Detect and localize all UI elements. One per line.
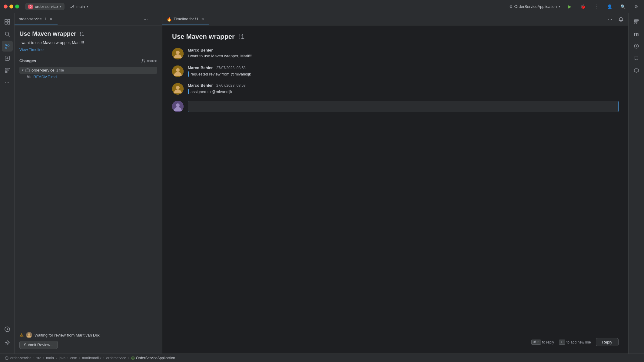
left-panel: order-service !1 ✕ ⋯ — Use Maven wrapper… bbox=[15, 13, 162, 354]
search-button[interactable]: 🔍 bbox=[619, 2, 627, 11]
tab-order-service[interactable]: order-service !1 ✕ bbox=[15, 13, 58, 25]
notification-bell-icon[interactable] bbox=[617, 15, 625, 24]
branch-chevron-icon: ▾ bbox=[87, 5, 88, 8]
tab-minimize-button[interactable]: — bbox=[151, 15, 160, 24]
maximize-button[interactable] bbox=[15, 5, 19, 8]
reply-section: ⌘↩ to reply ↩ to add new line Reply bbox=[162, 336, 628, 354]
view-timeline-link[interactable]: View Timeline bbox=[19, 47, 44, 52]
activity-accent-icon bbox=[188, 71, 189, 77]
repo-name: order-service bbox=[32, 68, 55, 72]
far-right-plugin-icon[interactable] bbox=[631, 65, 642, 76]
entry-header-3: Marco Behler 27/07/2023, 08:58 bbox=[188, 83, 619, 88]
branch-selector[interactable]: ⎇ main ▾ bbox=[67, 3, 91, 10]
entry-activity-3: assigned to @mlvandijk bbox=[188, 89, 619, 94]
left-tab-bar: order-service !1 ✕ ⋯ — bbox=[15, 13, 162, 25]
maven-letter: m bbox=[634, 31, 639, 38]
markdown-icon: M↓ bbox=[27, 75, 32, 79]
svg-rect-27 bbox=[634, 22, 637, 22]
changes-label: Changes bbox=[19, 59, 36, 63]
user-icon[interactable]: 👤 bbox=[605, 2, 614, 11]
entry-date-3: 27/07/2023, 08:58 bbox=[216, 83, 246, 88]
assignee-name: marco bbox=[147, 59, 157, 63]
reply-hint-1: ⌘↩ to reply bbox=[531, 340, 554, 345]
debug-button[interactable]: 🐞 bbox=[579, 2, 587, 11]
breadcrumb-src[interactable]: src bbox=[36, 356, 41, 360]
reply-button[interactable]: Reply bbox=[596, 338, 619, 346]
svg-rect-2 bbox=[5, 22, 7, 24]
main-container: ··· order-service !1 ✕ ⋯ — bbox=[0, 13, 644, 354]
entry-author-1: Marco Behler bbox=[188, 48, 213, 52]
breadcrumb-java[interactable]: java bbox=[59, 356, 65, 360]
avatar-marco-1 bbox=[172, 48, 184, 59]
run-config-icon: ⚙ bbox=[509, 5, 513, 9]
run-config-name: OrderServiceApplication bbox=[514, 4, 557, 9]
activity-bar-item-project[interactable] bbox=[2, 16, 13, 27]
reply-input[interactable] bbox=[188, 101, 619, 112]
timeline-tab-close-button[interactable]: ✕ bbox=[200, 17, 205, 22]
far-right-bookmark-icon[interactable] bbox=[631, 53, 642, 64]
timeline-entry-3: Marco Behler 27/07/2023, 08:58 assigned … bbox=[172, 83, 619, 95]
traffic-lights bbox=[4, 5, 19, 8]
far-right-structure-icon[interactable] bbox=[631, 16, 642, 27]
project-name: order-service bbox=[35, 4, 58, 9]
bottom-status: ⚠ Waiting for review from Marit van Dijk… bbox=[15, 329, 162, 354]
breadcrumb-bar: order-service › src › main › java › com … bbox=[0, 354, 644, 362]
far-right-maven-icon[interactable]: m bbox=[631, 28, 642, 39]
svg-line-5 bbox=[8, 35, 10, 37]
project-selector[interactable]: 0 order-service ▾ bbox=[25, 3, 65, 10]
waiting-banner: ⚠ Waiting for review from Marit van Dijk bbox=[19, 332, 157, 338]
svg-marker-30 bbox=[634, 68, 639, 72]
submit-review-button[interactable]: Submit Review... bbox=[19, 341, 58, 349]
right-panel: 🔥 Timeline for !1 ✕ ⋯ Use Maven wrapper … bbox=[162, 13, 628, 354]
run-button[interactable]: ▶ bbox=[565, 2, 574, 11]
more-review-options-button[interactable]: ⋯ bbox=[60, 340, 69, 349]
activity-bar-item-structure[interactable] bbox=[2, 65, 13, 76]
bottom-actions: Submit Review... ⋯ bbox=[19, 340, 157, 349]
svg-rect-3 bbox=[8, 22, 10, 24]
close-button[interactable] bbox=[4, 5, 8, 8]
breadcrumb-current[interactable]: OrderServiceApplication bbox=[131, 356, 175, 360]
title-bar-left: 0 order-service ▾ ⎇ main ▾ bbox=[4, 3, 91, 10]
timeline-flame-icon: 🔥 bbox=[167, 17, 172, 22]
activity-bar-item-vcs[interactable] bbox=[2, 41, 13, 52]
activity-bar-item-run[interactable] bbox=[2, 53, 13, 64]
activity-bar-item-more[interactable]: ··· bbox=[2, 77, 13, 88]
timeline-pr-badge: !1 bbox=[239, 33, 244, 40]
file-tree-root[interactable]: ▾ order-service 1 file bbox=[19, 67, 157, 74]
avatar-marco-2 bbox=[172, 65, 184, 77]
tab-more-button[interactable]: ⋯ bbox=[141, 15, 150, 24]
activity-bar-item-find[interactable] bbox=[2, 28, 13, 39]
svg-point-21 bbox=[176, 68, 180, 72]
timeline-pr-title: Use Maven wrapper !1 bbox=[172, 33, 619, 41]
svg-rect-10 bbox=[5, 68, 9, 69]
activity-bar-item-todo[interactable] bbox=[2, 324, 13, 335]
branch-icon: ⎇ bbox=[70, 4, 75, 9]
breadcrumb-maritvandijk[interactable]: maritvandijk bbox=[82, 356, 101, 360]
more-actions-button[interactable]: ⋮ bbox=[592, 2, 600, 11]
minimize-button[interactable] bbox=[9, 5, 13, 8]
reply-row bbox=[172, 101, 619, 113]
svg-point-6 bbox=[5, 44, 7, 45]
tab-timeline[interactable]: 🔥 Timeline for !1 ✕ bbox=[162, 13, 209, 25]
title-bar-right: ⚙ OrderServiceApplication ▾ ▶ 🐞 ⋮ 👤 🔍 ⚙ bbox=[509, 2, 640, 11]
timeline-entry-1: Marco Behler I want to use Maven wrapper… bbox=[172, 48, 619, 59]
svg-rect-15 bbox=[26, 69, 29, 72]
reply-shortcut-key: ⌘↩ bbox=[531, 340, 541, 345]
breadcrumb-main[interactable]: main bbox=[46, 356, 54, 360]
svg-point-23 bbox=[176, 86, 180, 89]
far-right-history-icon[interactable] bbox=[631, 41, 642, 52]
breadcrumb-order-service[interactable]: order-service bbox=[10, 356, 32, 360]
entry-message-1: I want to use Maven wrapper, Marit!!! bbox=[188, 54, 619, 58]
waiting-text: Waiting for review from Marit van Dijk bbox=[35, 333, 100, 337]
file-tree-readme[interactable]: M↓ README.md bbox=[19, 74, 157, 80]
breadcrumb-orderservice[interactable]: orderservice bbox=[106, 356, 126, 360]
activity-bar-item-settings[interactable] bbox=[2, 337, 13, 348]
svg-rect-11 bbox=[5, 70, 8, 71]
reply-hint-2: ↩ to add new line bbox=[559, 340, 591, 345]
title-bar: 0 order-service ▾ ⎇ main ▾ ⚙ OrderServic… bbox=[0, 0, 644, 13]
breadcrumb-com[interactable]: com bbox=[70, 356, 77, 360]
settings-button[interactable]: ⚙ bbox=[632, 2, 640, 11]
tab-close-button[interactable]: ✕ bbox=[48, 17, 53, 22]
right-tab-bar: 🔥 Timeline for !1 ✕ ⋯ bbox=[162, 13, 628, 25]
timeline-more-button[interactable]: ⋯ bbox=[606, 15, 614, 24]
